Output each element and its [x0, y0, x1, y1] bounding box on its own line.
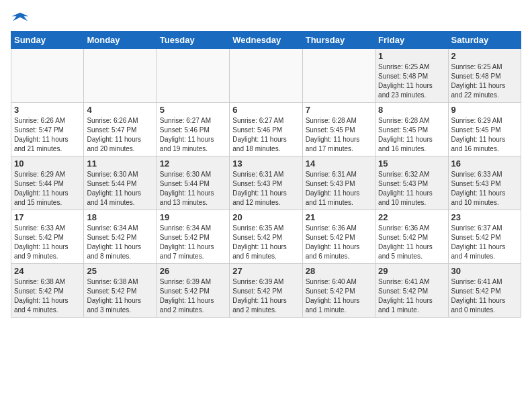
day-info: Sunrise: 6:39 AMSunset: 5:42 PMDaylight:…	[232, 277, 299, 315]
calendar-cell: 23Sunrise: 6:37 AMSunset: 5:42 PMDayligh…	[448, 210, 521, 264]
calendar-cell: 9Sunrise: 6:29 AMSunset: 5:45 PMDaylight…	[448, 103, 521, 156]
logo-bird-icon	[11, 11, 30, 26]
day-info: Sunrise: 6:40 AMSunset: 5:42 PMDaylight:…	[306, 277, 372, 315]
day-info: Sunrise: 6:33 AMSunset: 5:42 PMDaylight:…	[14, 224, 81, 261]
day-number: 4	[87, 105, 153, 115]
calendar-cell: 18Sunrise: 6:34 AMSunset: 5:42 PMDayligh…	[84, 210, 157, 264]
day-info: Sunrise: 6:28 AMSunset: 5:45 PMDaylight:…	[306, 116, 372, 154]
day-info: Sunrise: 6:29 AMSunset: 5:44 PMDaylight:…	[14, 170, 81, 208]
day-number: 16	[451, 158, 518, 169]
day-info: Sunrise: 6:31 AMSunset: 5:43 PMDaylight:…	[306, 170, 372, 208]
calendar-cell: 10Sunrise: 6:29 AMSunset: 5:44 PMDayligh…	[11, 156, 84, 210]
day-number: 25	[87, 266, 153, 276]
day-info: Sunrise: 6:35 AMSunset: 5:42 PMDaylight:…	[232, 224, 299, 261]
day-info: Sunrise: 6:25 AMSunset: 5:48 PMDaylight:…	[451, 62, 518, 100]
day-info: Sunrise: 6:41 AMSunset: 5:42 PMDaylight:…	[451, 277, 518, 315]
day-info: Sunrise: 6:26 AMSunset: 5:47 PMDaylight:…	[87, 116, 153, 154]
calendar-cell: 5Sunrise: 6:27 AMSunset: 5:46 PMDaylight…	[157, 103, 229, 156]
day-info: Sunrise: 6:38 AMSunset: 5:42 PMDaylight:…	[87, 277, 153, 315]
calendar-cell: 1Sunrise: 6:25 AMSunset: 5:48 PMDaylight…	[375, 49, 448, 103]
day-info: Sunrise: 6:28 AMSunset: 5:45 PMDaylight:…	[378, 116, 445, 154]
day-number: 7	[306, 105, 372, 115]
day-number: 27	[232, 266, 299, 276]
calendar-cell	[84, 49, 157, 103]
day-info: Sunrise: 6:38 AMSunset: 5:42 PMDaylight:…	[14, 277, 81, 315]
calendar-cell: 24Sunrise: 6:38 AMSunset: 5:42 PMDayligh…	[11, 264, 84, 318]
day-number: 24	[14, 266, 81, 276]
weekday-header-friday: Friday	[375, 32, 448, 49]
calendar-cell: 4Sunrise: 6:26 AMSunset: 5:47 PMDaylight…	[84, 103, 157, 156]
day-number: 23	[451, 212, 518, 222]
weekday-header-saturday: Saturday	[448, 32, 521, 49]
day-number: 8	[378, 105, 445, 115]
day-number: 29	[378, 266, 445, 276]
day-number: 2	[451, 51, 518, 61]
calendar-cell: 3Sunrise: 6:26 AMSunset: 5:47 PMDaylight…	[11, 103, 84, 156]
day-info: Sunrise: 6:39 AMSunset: 5:42 PMDaylight:…	[160, 277, 226, 315]
calendar-cell: 30Sunrise: 6:41 AMSunset: 5:42 PMDayligh…	[448, 264, 521, 318]
day-number: 15	[378, 158, 445, 169]
day-number: 20	[232, 212, 299, 222]
day-info: Sunrise: 6:34 AMSunset: 5:42 PMDaylight:…	[87, 224, 153, 261]
weekday-header-tuesday: Tuesday	[157, 32, 229, 49]
day-info: Sunrise: 6:36 AMSunset: 5:42 PMDaylight:…	[378, 224, 445, 261]
day-info: Sunrise: 6:25 AMSunset: 5:48 PMDaylight:…	[378, 62, 445, 100]
day-info: Sunrise: 6:41 AMSunset: 5:42 PMDaylight:…	[378, 277, 445, 315]
day-number: 22	[378, 212, 445, 222]
day-number: 19	[160, 212, 226, 222]
day-number: 13	[232, 158, 299, 169]
day-number: 18	[87, 212, 153, 222]
calendar-cell: 12Sunrise: 6:30 AMSunset: 5:44 PMDayligh…	[157, 156, 229, 210]
day-number: 14	[306, 158, 372, 169]
calendar-cell: 27Sunrise: 6:39 AMSunset: 5:42 PMDayligh…	[230, 264, 302, 318]
day-number: 1	[378, 51, 445, 61]
day-number: 3	[14, 105, 81, 115]
calendar-cell: 28Sunrise: 6:40 AMSunset: 5:42 PMDayligh…	[302, 264, 375, 318]
day-info: Sunrise: 6:36 AMSunset: 5:42 PMDaylight:…	[306, 224, 372, 261]
calendar-cell: 21Sunrise: 6:36 AMSunset: 5:42 PMDayligh…	[302, 210, 375, 264]
day-info: Sunrise: 6:32 AMSunset: 5:43 PMDaylight:…	[378, 170, 445, 208]
day-number: 11	[87, 158, 153, 169]
weekday-header-sunday: Sunday	[11, 32, 84, 49]
logo	[11, 11, 32, 26]
calendar-cell: 20Sunrise: 6:35 AMSunset: 5:42 PMDayligh…	[230, 210, 302, 264]
calendar-cell	[302, 49, 375, 103]
day-info: Sunrise: 6:27 AMSunset: 5:46 PMDaylight:…	[232, 116, 299, 154]
calendar-cell: 6Sunrise: 6:27 AMSunset: 5:46 PMDaylight…	[230, 103, 302, 156]
calendar-cell: 17Sunrise: 6:33 AMSunset: 5:42 PMDayligh…	[11, 210, 84, 264]
day-info: Sunrise: 6:26 AMSunset: 5:47 PMDaylight:…	[14, 116, 81, 154]
day-info: Sunrise: 6:30 AMSunset: 5:44 PMDaylight:…	[160, 170, 226, 208]
day-info: Sunrise: 6:33 AMSunset: 5:43 PMDaylight:…	[451, 170, 518, 208]
calendar-cell: 29Sunrise: 6:41 AMSunset: 5:42 PMDayligh…	[375, 264, 448, 318]
day-info: Sunrise: 6:31 AMSunset: 5:43 PMDaylight:…	[232, 170, 299, 208]
calendar-cell: 8Sunrise: 6:28 AMSunset: 5:45 PMDaylight…	[375, 103, 448, 156]
day-info: Sunrise: 6:37 AMSunset: 5:42 PMDaylight:…	[451, 224, 518, 261]
calendar-cell: 14Sunrise: 6:31 AMSunset: 5:43 PMDayligh…	[302, 156, 375, 210]
day-number: 17	[14, 212, 81, 222]
calendar-cell	[157, 49, 229, 103]
calendar-cell: 15Sunrise: 6:32 AMSunset: 5:43 PMDayligh…	[375, 156, 448, 210]
page-header	[11, 11, 521, 26]
day-number: 26	[160, 266, 226, 276]
day-info: Sunrise: 6:34 AMSunset: 5:42 PMDaylight:…	[160, 224, 226, 261]
day-number: 9	[451, 105, 518, 115]
calendar-cell: 19Sunrise: 6:34 AMSunset: 5:42 PMDayligh…	[157, 210, 229, 264]
calendar-cell: 22Sunrise: 6:36 AMSunset: 5:42 PMDayligh…	[375, 210, 448, 264]
calendar-cell: 13Sunrise: 6:31 AMSunset: 5:43 PMDayligh…	[230, 156, 302, 210]
calendar-table: SundayMondayTuesdayWednesdayThursdayFrid…	[11, 31, 521, 318]
calendar-cell: 25Sunrise: 6:38 AMSunset: 5:42 PMDayligh…	[84, 264, 157, 318]
day-number: 10	[14, 158, 81, 169]
calendar-cell	[11, 49, 84, 103]
day-number: 21	[306, 212, 372, 222]
weekday-header-thursday: Thursday	[302, 32, 375, 49]
weekday-header-monday: Monday	[84, 32, 157, 49]
calendar-cell	[230, 49, 302, 103]
day-info: Sunrise: 6:27 AMSunset: 5:46 PMDaylight:…	[160, 116, 226, 154]
weekday-header-wednesday: Wednesday	[230, 32, 302, 49]
calendar-cell: 11Sunrise: 6:30 AMSunset: 5:44 PMDayligh…	[84, 156, 157, 210]
calendar-cell: 26Sunrise: 6:39 AMSunset: 5:42 PMDayligh…	[157, 264, 229, 318]
calendar-cell: 2Sunrise: 6:25 AMSunset: 5:48 PMDaylight…	[448, 49, 521, 103]
day-info: Sunrise: 6:29 AMSunset: 5:45 PMDaylight:…	[451, 116, 518, 154]
day-number: 5	[160, 105, 226, 115]
calendar-cell: 16Sunrise: 6:33 AMSunset: 5:43 PMDayligh…	[448, 156, 521, 210]
